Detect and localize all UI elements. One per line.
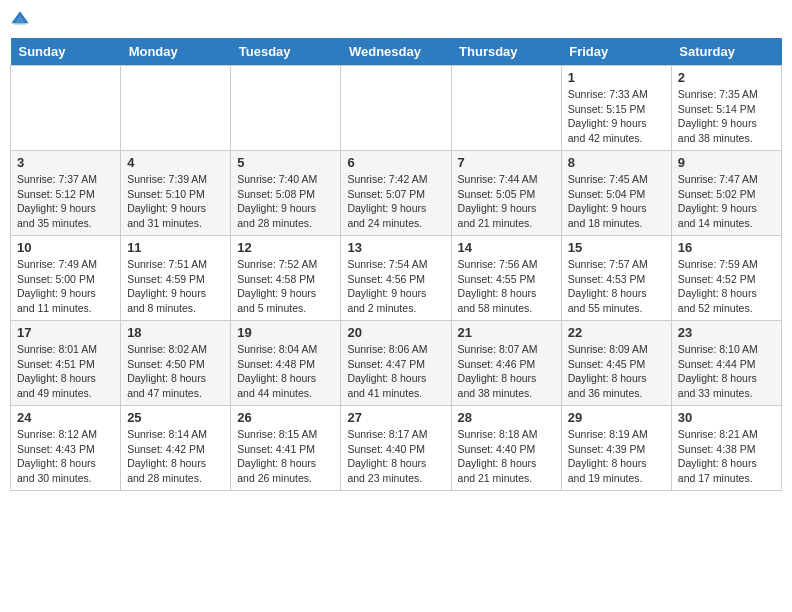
day-cell: 25Sunrise: 8:14 AM Sunset: 4:42 PM Dayli… <box>121 406 231 491</box>
day-cell <box>341 66 451 151</box>
day-number: 11 <box>127 240 224 255</box>
day-number: 9 <box>678 155 775 170</box>
day-cell: 16Sunrise: 7:59 AM Sunset: 4:52 PM Dayli… <box>671 236 781 321</box>
day-info: Sunrise: 8:04 AM Sunset: 4:48 PM Dayligh… <box>237 342 334 401</box>
day-cell: 19Sunrise: 8:04 AM Sunset: 4:48 PM Dayli… <box>231 321 341 406</box>
day-cell <box>11 66 121 151</box>
day-number: 16 <box>678 240 775 255</box>
day-cell: 1Sunrise: 7:33 AM Sunset: 5:15 PM Daylig… <box>561 66 671 151</box>
week-row-4: 24Sunrise: 8:12 AM Sunset: 4:43 PM Dayli… <box>11 406 782 491</box>
day-cell: 12Sunrise: 7:52 AM Sunset: 4:58 PM Dayli… <box>231 236 341 321</box>
day-cell: 21Sunrise: 8:07 AM Sunset: 4:46 PM Dayli… <box>451 321 561 406</box>
day-info: Sunrise: 8:14 AM Sunset: 4:42 PM Dayligh… <box>127 427 224 486</box>
day-info: Sunrise: 7:45 AM Sunset: 5:04 PM Dayligh… <box>568 172 665 231</box>
day-info: Sunrise: 7:52 AM Sunset: 4:58 PM Dayligh… <box>237 257 334 316</box>
day-info: Sunrise: 8:18 AM Sunset: 4:40 PM Dayligh… <box>458 427 555 486</box>
day-cell: 18Sunrise: 8:02 AM Sunset: 4:50 PM Dayli… <box>121 321 231 406</box>
week-row-0: 1Sunrise: 7:33 AM Sunset: 5:15 PM Daylig… <box>11 66 782 151</box>
day-info: Sunrise: 7:47 AM Sunset: 5:02 PM Dayligh… <box>678 172 775 231</box>
day-info: Sunrise: 7:37 AM Sunset: 5:12 PM Dayligh… <box>17 172 114 231</box>
day-number: 12 <box>237 240 334 255</box>
day-header-tuesday: Tuesday <box>231 38 341 66</box>
day-header-friday: Friday <box>561 38 671 66</box>
logo <box>10 10 34 30</box>
day-number: 22 <box>568 325 665 340</box>
day-number: 3 <box>17 155 114 170</box>
day-info: Sunrise: 8:06 AM Sunset: 4:47 PM Dayligh… <box>347 342 444 401</box>
day-info: Sunrise: 8:02 AM Sunset: 4:50 PM Dayligh… <box>127 342 224 401</box>
day-info: Sunrise: 7:57 AM Sunset: 4:53 PM Dayligh… <box>568 257 665 316</box>
day-number: 1 <box>568 70 665 85</box>
day-info: Sunrise: 7:39 AM Sunset: 5:10 PM Dayligh… <box>127 172 224 231</box>
day-number: 19 <box>237 325 334 340</box>
day-cell: 4Sunrise: 7:39 AM Sunset: 5:10 PM Daylig… <box>121 151 231 236</box>
day-cell <box>451 66 561 151</box>
day-number: 15 <box>568 240 665 255</box>
day-info: Sunrise: 8:19 AM Sunset: 4:39 PM Dayligh… <box>568 427 665 486</box>
day-cell <box>121 66 231 151</box>
day-number: 6 <box>347 155 444 170</box>
day-number: 20 <box>347 325 444 340</box>
day-info: Sunrise: 8:21 AM Sunset: 4:38 PM Dayligh… <box>678 427 775 486</box>
day-info: Sunrise: 7:33 AM Sunset: 5:15 PM Dayligh… <box>568 87 665 146</box>
day-number: 30 <box>678 410 775 425</box>
day-cell: 29Sunrise: 8:19 AM Sunset: 4:39 PM Dayli… <box>561 406 671 491</box>
day-number: 24 <box>17 410 114 425</box>
day-info: Sunrise: 8:01 AM Sunset: 4:51 PM Dayligh… <box>17 342 114 401</box>
day-number: 28 <box>458 410 555 425</box>
day-info: Sunrise: 8:17 AM Sunset: 4:40 PM Dayligh… <box>347 427 444 486</box>
day-cell: 5Sunrise: 7:40 AM Sunset: 5:08 PM Daylig… <box>231 151 341 236</box>
day-info: Sunrise: 7:40 AM Sunset: 5:08 PM Dayligh… <box>237 172 334 231</box>
day-info: Sunrise: 8:15 AM Sunset: 4:41 PM Dayligh… <box>237 427 334 486</box>
day-cell: 27Sunrise: 8:17 AM Sunset: 4:40 PM Dayli… <box>341 406 451 491</box>
day-cell: 26Sunrise: 8:15 AM Sunset: 4:41 PM Dayli… <box>231 406 341 491</box>
calendar-header-row: SundayMondayTuesdayWednesdayThursdayFrid… <box>11 38 782 66</box>
day-number: 13 <box>347 240 444 255</box>
day-cell: 6Sunrise: 7:42 AM Sunset: 5:07 PM Daylig… <box>341 151 451 236</box>
day-cell: 14Sunrise: 7:56 AM Sunset: 4:55 PM Dayli… <box>451 236 561 321</box>
day-info: Sunrise: 7:49 AM Sunset: 5:00 PM Dayligh… <box>17 257 114 316</box>
day-number: 18 <box>127 325 224 340</box>
day-number: 5 <box>237 155 334 170</box>
day-number: 7 <box>458 155 555 170</box>
week-row-1: 3Sunrise: 7:37 AM Sunset: 5:12 PM Daylig… <box>11 151 782 236</box>
week-row-2: 10Sunrise: 7:49 AM Sunset: 5:00 PM Dayli… <box>11 236 782 321</box>
day-number: 8 <box>568 155 665 170</box>
day-cell: 28Sunrise: 8:18 AM Sunset: 4:40 PM Dayli… <box>451 406 561 491</box>
day-info: Sunrise: 8:07 AM Sunset: 4:46 PM Dayligh… <box>458 342 555 401</box>
calendar-body: 1Sunrise: 7:33 AM Sunset: 5:15 PM Daylig… <box>11 66 782 491</box>
day-info: Sunrise: 7:42 AM Sunset: 5:07 PM Dayligh… <box>347 172 444 231</box>
day-info: Sunrise: 7:51 AM Sunset: 4:59 PM Dayligh… <box>127 257 224 316</box>
day-number: 27 <box>347 410 444 425</box>
day-cell: 24Sunrise: 8:12 AM Sunset: 4:43 PM Dayli… <box>11 406 121 491</box>
day-info: Sunrise: 7:59 AM Sunset: 4:52 PM Dayligh… <box>678 257 775 316</box>
day-number: 17 <box>17 325 114 340</box>
day-number: 25 <box>127 410 224 425</box>
day-info: Sunrise: 7:35 AM Sunset: 5:14 PM Dayligh… <box>678 87 775 146</box>
day-number: 2 <box>678 70 775 85</box>
day-header-sunday: Sunday <box>11 38 121 66</box>
day-cell: 13Sunrise: 7:54 AM Sunset: 4:56 PM Dayli… <box>341 236 451 321</box>
day-cell: 23Sunrise: 8:10 AM Sunset: 4:44 PM Dayli… <box>671 321 781 406</box>
day-header-wednesday: Wednesday <box>341 38 451 66</box>
day-cell: 30Sunrise: 8:21 AM Sunset: 4:38 PM Dayli… <box>671 406 781 491</box>
day-number: 14 <box>458 240 555 255</box>
page-header <box>10 10 782 30</box>
day-cell: 2Sunrise: 7:35 AM Sunset: 5:14 PM Daylig… <box>671 66 781 151</box>
day-header-monday: Monday <box>121 38 231 66</box>
day-info: Sunrise: 8:12 AM Sunset: 4:43 PM Dayligh… <box>17 427 114 486</box>
day-info: Sunrise: 7:54 AM Sunset: 4:56 PM Dayligh… <box>347 257 444 316</box>
day-info: Sunrise: 7:56 AM Sunset: 4:55 PM Dayligh… <box>458 257 555 316</box>
day-cell: 3Sunrise: 7:37 AM Sunset: 5:12 PM Daylig… <box>11 151 121 236</box>
day-cell: 20Sunrise: 8:06 AM Sunset: 4:47 PM Dayli… <box>341 321 451 406</box>
day-number: 4 <box>127 155 224 170</box>
day-cell: 7Sunrise: 7:44 AM Sunset: 5:05 PM Daylig… <box>451 151 561 236</box>
day-info: Sunrise: 7:44 AM Sunset: 5:05 PM Dayligh… <box>458 172 555 231</box>
day-number: 29 <box>568 410 665 425</box>
day-cell: 17Sunrise: 8:01 AM Sunset: 4:51 PM Dayli… <box>11 321 121 406</box>
day-cell <box>231 66 341 151</box>
day-number: 21 <box>458 325 555 340</box>
day-number: 10 <box>17 240 114 255</box>
day-cell: 22Sunrise: 8:09 AM Sunset: 4:45 PM Dayli… <box>561 321 671 406</box>
day-cell: 11Sunrise: 7:51 AM Sunset: 4:59 PM Dayli… <box>121 236 231 321</box>
